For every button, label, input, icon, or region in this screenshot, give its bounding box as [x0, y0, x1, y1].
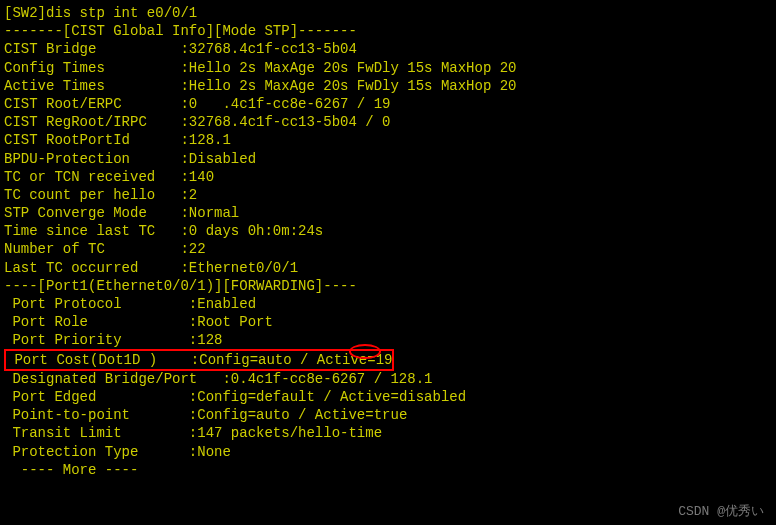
converge-label: STP Converge Mode: [4, 205, 180, 221]
transit-row: Transit Limit :147 packets/hello-time: [4, 424, 772, 442]
converge-row: STP Converge Mode :Normal: [4, 204, 772, 222]
highlight-box: Port Cost(Dot1D ) :Config=auto / Active=…: [4, 349, 394, 371]
root-erpc-value: :0 .4c1f-cc8e-6267 / 19: [180, 96, 390, 112]
cist-bridge-value: :32768.4c1f-cc13-5b04: [180, 41, 356, 57]
port-role-label: Port Role: [4, 314, 189, 330]
port-protocol-label: Port Protocol: [4, 296, 189, 312]
p2p-label: Point-to-point: [4, 407, 189, 423]
port-protocol-row: Port Protocol :Enabled: [4, 295, 772, 313]
tc-recv-value: :140: [180, 169, 214, 185]
transit-value: :147 packets/hello-time: [189, 425, 382, 441]
prot-type-value: :None: [189, 444, 231, 460]
port-priority-row: Port Priority :128: [4, 331, 772, 349]
time-since-value: :0 days 0h:0m:24s: [180, 223, 323, 239]
p2p-value: :Config=auto / Active=true: [189, 407, 407, 423]
designated-row: Designated Bridge/Port :0.4c1f-cc8e-6267…: [4, 370, 772, 388]
bpdu-value: :Disabled: [180, 151, 256, 167]
tc-recv-label: TC or TCN received: [4, 169, 180, 185]
port-cost-row: Port Cost(Dot1D ) :Config=auto / Active=…: [6, 351, 392, 369]
port-header: ----[Port1(Ethernet0/0/1)][FORWARDING]--…: [4, 277, 772, 295]
regroot-irpc-row: CIST RegRoot/IRPC :32768.4c1f-cc13-5b04 …: [4, 113, 772, 131]
active-times-row: Active Times :Hello 2s MaxAge 20s FwDly …: [4, 77, 772, 95]
port-priority-value: :128: [189, 332, 223, 348]
port-cost-label: Port Cost(Dot1D ): [6, 352, 191, 368]
converge-value: :Normal: [180, 205, 239, 221]
watermark: CSDN @优秀い: [678, 504, 764, 521]
config-times-row: Config Times :Hello 2s MaxAge 20s FwDly …: [4, 59, 772, 77]
port-priority-label: Port Priority: [4, 332, 189, 348]
active-times-value: :Hello 2s MaxAge 20s FwDly 15s MaxHop 20: [180, 78, 516, 94]
designated-label: Designated Bridge/Port: [4, 371, 222, 387]
rootportid-value: :128.1: [180, 132, 230, 148]
port-role-value: :Root Port: [189, 314, 273, 330]
port-edged-label: Port Edged: [4, 389, 189, 405]
command-line: [SW2]dis stp int e0/0/1: [4, 4, 772, 22]
last-tc-label: Last TC occurred: [4, 260, 180, 276]
port-cost-value: :Config=auto / Active=19: [191, 352, 393, 368]
last-tc-value: :Ethernet0/0/1: [180, 260, 298, 276]
regroot-irpc-label: CIST RegRoot/IRPC: [4, 114, 180, 130]
regroot-irpc-value: :32768.4c1f-cc13-5b04 / 0: [180, 114, 390, 130]
config-times-value: :Hello 2s MaxAge 20s FwDly 15s MaxHop 20: [180, 60, 516, 76]
active-times-label: Active Times: [4, 78, 180, 94]
port-edged-row: Port Edged :Config=default / Active=disa…: [4, 388, 772, 406]
root-erpc-row: CIST Root/ERPC :0 .4c1f-cc8e-6267 / 19: [4, 95, 772, 113]
more-prompt[interactable]: ---- More ----: [4, 461, 772, 479]
global-header: -------[CIST Global Info][Mode STP]-----…: [4, 22, 772, 40]
root-erpc-label: CIST Root/ERPC: [4, 96, 180, 112]
time-since-label: Time since last TC: [4, 223, 180, 239]
num-tc-value: :22: [180, 241, 205, 257]
rootportid-label: CIST RootPortId: [4, 132, 180, 148]
time-since-row: Time since last TC :0 days 0h:0m:24s: [4, 222, 772, 240]
tc-count-row: TC count per hello :2: [4, 186, 772, 204]
port-edged-value: :Config=default / Active=disabled: [189, 389, 466, 405]
prot-type-label: Protection Type: [4, 444, 189, 460]
config-times-label: Config Times: [4, 60, 180, 76]
designated-value: :0.4c1f-cc8e-6267 / 128.1: [222, 371, 432, 387]
tc-recv-row: TC or TCN received :140: [4, 168, 772, 186]
bpdu-label: BPDU-Protection: [4, 151, 180, 167]
last-tc-row: Last TC occurred :Ethernet0/0/1: [4, 259, 772, 277]
num-tc-row: Number of TC :22: [4, 240, 772, 258]
port-protocol-value: :Enabled: [189, 296, 256, 312]
rootportid-row: CIST RootPortId :128.1: [4, 131, 772, 149]
transit-label: Transit Limit: [4, 425, 189, 441]
bpdu-row: BPDU-Protection :Disabled: [4, 150, 772, 168]
cist-bridge-label: CIST Bridge: [4, 41, 180, 57]
num-tc-label: Number of TC: [4, 241, 180, 257]
cist-bridge-row: CIST Bridge :32768.4c1f-cc13-5b04: [4, 40, 772, 58]
tc-count-value: :2: [180, 187, 197, 203]
port-role-row: Port Role :Root Port: [4, 313, 772, 331]
p2p-row: Point-to-point :Config=auto / Active=tru…: [4, 406, 772, 424]
prot-type-row: Protection Type :None: [4, 443, 772, 461]
tc-count-label: TC count per hello: [4, 187, 180, 203]
